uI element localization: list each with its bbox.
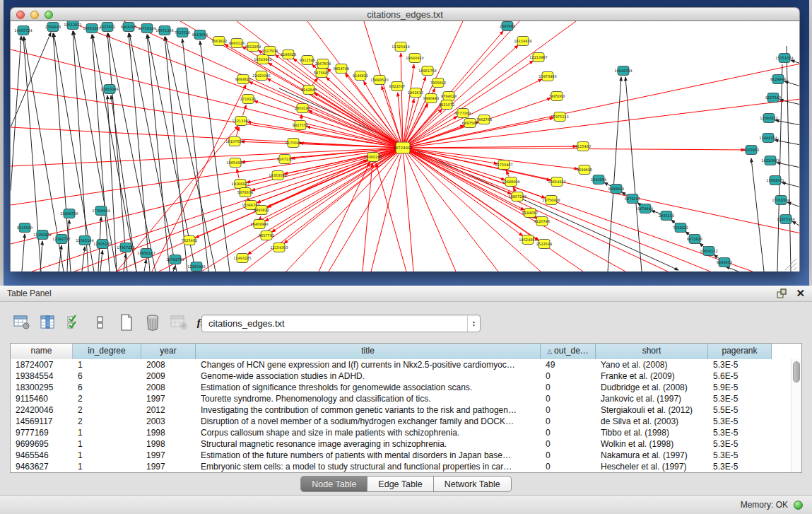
new-table-button[interactable] [116,313,137,332]
table-cell[interactable]: 0 [541,450,596,461]
table-cell[interactable]: 2003 [141,416,196,427]
graph-node[interactable]: 2718126 [240,95,256,104]
edge[interactable] [604,182,611,186]
graph-node[interactable]: 15692971 [766,176,784,185]
edge[interactable] [787,46,791,271]
graph-node[interactable]: 16107553 [225,137,243,146]
edge[interactable] [144,259,146,271]
table-cell[interactable]: Disruption of a novel member of a sodium… [196,416,541,427]
graph-node[interactable]: 10719184 [138,24,155,33]
table-cell[interactable]: 5.3E-5 [708,359,772,370]
table-cell[interactable]: 2009 [141,370,196,382]
citation-edge[interactable] [408,151,536,218]
edge[interactable] [782,182,800,187]
graph-node[interactable]: 9129946 [770,75,786,84]
table-cell[interactable]: 0 [541,438,596,450]
edge[interactable] [791,60,800,64]
graph-node[interactable]: 11325419 [392,42,409,52]
citation-edge[interactable] [407,109,442,144]
edge[interactable] [751,158,764,271]
graph-node[interactable]: 16648784 [614,66,632,76]
table-cell[interactable]: 2012 [141,404,196,416]
graph-node[interactable]: 20206556 [60,209,78,218]
graph-node[interactable]: 8186328 [281,50,296,59]
unselect-all-button[interactable] [90,313,111,332]
graph-node[interactable]: 9657791 [259,231,274,240]
table-cell[interactable]: Embryonic stem cells: a model to study s… [196,461,541,472]
citation-edge[interactable] [159,148,403,271]
graph-node[interactable]: 11493225 [233,254,251,263]
graph-node[interactable]: 12923448 [187,262,205,271]
citation-edge[interactable] [403,21,576,148]
graph-node[interactable]: 9699695 [577,165,592,175]
graph-node[interactable]: 9170041 [286,139,301,148]
table-row[interactable]: 1830029562008Estimation of significance … [11,382,801,393]
column-header-outde[interactable]: △out_de… [541,344,596,359]
table-cell[interactable]: 6 [73,382,141,393]
graph-node[interactable]: 8471626 [687,235,702,244]
graph-node[interactable]: 15751074 [775,54,793,63]
graph-node[interactable]: 7462766 [476,115,492,124]
table-cell[interactable]: Nakamura et al. (1997) [596,450,708,461]
graph-node[interactable]: 19654923 [548,177,565,187]
table-chooser-select[interactable]: citations_edges.txt ▲▼ [201,315,481,332]
edge[interactable] [775,140,800,145]
graph-node[interactable]: 9474444 [637,204,653,214]
graph-node[interactable]: 9660128 [229,39,245,48]
edge[interactable] [608,77,621,271]
table-cell[interactable]: 18724007 [11,359,73,370]
graph-node[interactable]: 17016504 [772,196,789,205]
column-header-name[interactable]: name [11,344,73,359]
graph-node[interactable]: 6879197 [625,194,640,204]
graph-node[interactable]: 9990443 [423,94,439,103]
graph-node[interactable]: 7663822 [211,37,227,46]
table-cell[interactable]: Investigating the contribution of common… [196,404,541,416]
citation-edge[interactable] [408,79,542,145]
table-cell[interactable]: 0 [541,382,596,393]
table-cell[interactable]: 2 [73,393,141,404]
table-cell[interactable]: 5.3E-5 [708,427,772,438]
select-all-button[interactable] [64,313,85,332]
citation-edge[interactable] [32,148,403,271]
graph-node[interactable]: 9493822 [254,206,269,215]
network-canvas[interactable]: 1405572427691431051287110653287152760264… [10,21,800,271]
table-cell[interactable]: 2 [73,404,141,416]
table-cell[interactable]: Tourette syndrome. Phenomenology and cla… [196,393,541,404]
column-header-short[interactable]: short [596,344,708,359]
edge[interactable] [11,33,51,127]
table-row[interactable]: 946362711997Embryonic stem cells: a mode… [11,461,801,472]
citation-edge[interactable] [406,31,503,144]
graph-node[interactable]: 7632621 [673,223,688,233]
graph-node[interactable]: 2867608 [315,59,331,69]
graph-node[interactable]: 12154303 [270,243,288,252]
graph-node[interactable]: 9245652 [717,258,732,267]
show-columns-button[interactable] [37,313,59,332]
table-row[interactable]: 969969511998Structural magnetic resonanc… [11,438,801,450]
table-cell[interactable]: 5.9E-5 [708,382,772,393]
graph-node[interactable]: 16961758 [418,66,436,76]
table-cell[interactable]: Stergiakouli et al. (2012) [596,404,708,416]
tab-network-table[interactable]: Network Table [434,476,512,492]
table-cell[interactable]: Corpus callosum shape and size in male p… [196,427,541,438]
table-header-row[interactable]: namein_degreeyeartitle△out_de…shortpager… [11,344,801,359]
table-row[interactable]: 1456911722003Disruption of a novel membe… [11,416,801,427]
close-panel-icon[interactable]: ✕ [796,288,805,299]
table-cell[interactable]: 1998 [141,438,196,450]
table-cell[interactable]: 1 [73,450,141,461]
table-cell[interactable]: 9463627 [11,461,73,472]
tab-edge-table[interactable]: Edge Table [367,476,433,492]
float-window-icon[interactable] [777,288,787,299]
table-cell[interactable]: 49 [541,359,596,370]
table-cell[interactable]: 5.5E-5 [708,404,772,416]
table-cell[interactable]: 9465546 [11,450,73,461]
table-cell[interactable]: 9699695 [11,438,73,450]
graph-node[interactable]: 9227343 [765,93,781,103]
graph-node[interactable]: 9821072 [439,100,454,110]
graph-node[interactable]: 14353594 [269,171,286,180]
table-cell[interactable]: 2008 [141,382,196,393]
table-row[interactable]: 946554611997Estimation of the future num… [11,450,801,461]
graph-node[interactable]: 2087682 [500,22,515,31]
graph-node[interactable]: 9184067 [522,209,538,218]
graph-node[interactable]: 7515526 [175,28,190,37]
citation-edge[interactable] [376,163,406,271]
